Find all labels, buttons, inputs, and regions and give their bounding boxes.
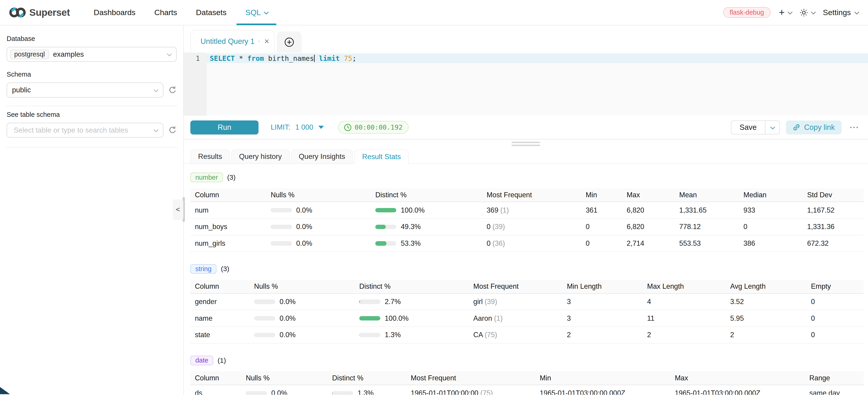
- most-frequent-cell: CA (75): [469, 331, 562, 339]
- distinct-bar-fill: [359, 333, 360, 337]
- limit-dropdown[interactable]: LIMIT: 1 000: [271, 123, 323, 131]
- column-name-cell: ds: [190, 389, 241, 395]
- query-tabstrip: Untitled Query 1 ×: [184, 25, 868, 53]
- schema-select[interactable]: public: [7, 83, 163, 97]
- sql-code-area[interactable]: SELECT * from birth_names limit 75;: [207, 53, 868, 116]
- superset-logo[interactable]: Superset: [9, 6, 70, 19]
- refresh-schemas-icon[interactable]: [168, 86, 177, 94]
- distinct-bar: [375, 241, 396, 245]
- run-button[interactable]: Run: [190, 120, 258, 134]
- query-tab[interactable]: Untitled Query 1 ×: [190, 30, 275, 53]
- limit-value: 1 000: [295, 123, 313, 131]
- section-badge-row: string(3): [190, 264, 864, 274]
- table-select-placeholder: Select table or type to search tables: [10, 126, 128, 134]
- nav-item-sql[interactable]: SQL: [236, 0, 277, 25]
- query-success-check-icon: [258, 37, 260, 45]
- stat-value-cell: 11: [643, 314, 725, 323]
- stat-value-cell: 5.95: [726, 314, 807, 323]
- header-cell: Nulls %: [250, 282, 355, 291]
- tab-query-insights[interactable]: Query Insights: [291, 150, 353, 163]
- stat-value-cell: 0: [581, 239, 622, 248]
- nav-item-dashboards[interactable]: Dashboards: [84, 0, 145, 25]
- nulls-cell: 0.0%: [250, 331, 355, 339]
- stats-table-header: ColumnNulls %Distinct %Most FrequentMinM…: [190, 188, 864, 202]
- distinct-pct: 2.7%: [384, 298, 401, 306]
- stat-value-cell: 0: [739, 223, 803, 231]
- nulls-pct: 0.0%: [280, 331, 296, 339]
- stats-section-string: string(3)ColumnNulls %Distinct %Most Fre…: [190, 264, 864, 343]
- distinct-bar-fill: [359, 316, 380, 321]
- line-number: 1: [184, 54, 200, 63]
- stat-value-cell: 6,820: [622, 206, 675, 214]
- most-frequent-cell: girl (39): [469, 298, 562, 306]
- distinct-cell: 1.3%: [355, 331, 469, 339]
- sidebar-divider: [5, 147, 178, 148]
- save-options-button[interactable]: [765, 120, 780, 134]
- header-cell: Nulls %: [241, 374, 328, 382]
- distinct-bar: [332, 391, 353, 395]
- close-tab-icon[interactable]: ×: [264, 37, 269, 45]
- header-cell: Most Frequent: [406, 374, 535, 382]
- chevron-down-icon: [788, 10, 793, 14]
- sql-editor: 1 SELECT * from birth_names limit 75;: [184, 53, 868, 116]
- nulls-cell: 0.0%: [266, 223, 371, 231]
- stat-value-cell: 0: [581, 223, 622, 231]
- save-button[interactable]: Save: [731, 120, 765, 134]
- sql-lab-app: Superset Dashboards Charts Datasets SQL …: [0, 0, 868, 395]
- header-cell: Distinct %: [328, 374, 406, 382]
- nav-item-charts[interactable]: Charts: [145, 0, 186, 25]
- link-icon: [793, 123, 800, 131]
- theme-menu[interactable]: [800, 8, 814, 17]
- settings-menu[interactable]: Settings: [823, 8, 858, 17]
- table-schema-label: See table schema: [7, 111, 177, 118]
- main-nav: Dashboards Charts Datasets SQL: [84, 0, 277, 25]
- database-select[interactable]: postgresql examples: [7, 47, 177, 62]
- chevron-down-icon: [154, 87, 159, 92]
- stat-value-cell: 3: [562, 314, 643, 323]
- distinct-pct: 49.3%: [401, 223, 421, 231]
- results-panel: Results Query history Query Insights Res…: [184, 140, 868, 395]
- chevron-down-icon: [770, 125, 775, 129]
- stats-section-number: number(3)ColumnNulls %Distinct %Most Fre…: [190, 173, 864, 252]
- distinct-pct: 100.0%: [384, 314, 408, 323]
- most-frequent-value: CA: [473, 331, 483, 339]
- nulls-bar: [254, 316, 275, 321]
- collapse-sidebar-button[interactable]: <: [173, 199, 183, 220]
- new-query-tab-button[interactable]: [277, 32, 302, 53]
- refresh-tables-icon[interactable]: [168, 126, 177, 134]
- more-options-button[interactable]: ···: [848, 123, 862, 132]
- new-item-menu[interactable]: +: [779, 7, 792, 18]
- header-cell: Distinct %: [371, 191, 482, 199]
- sidebar-divider: [5, 106, 178, 106]
- most-frequent-count: (1): [498, 206, 509, 214]
- schema-label: Schema: [7, 71, 177, 78]
- type-badge-date: date: [190, 356, 213, 365]
- tab-results[interactable]: Results: [190, 150, 230, 163]
- mouse-cursor: [0, 387, 10, 395]
- nulls-cell: 0.0%: [266, 206, 371, 214]
- most-frequent-count: (39): [491, 223, 505, 231]
- header-cell: Empty: [807, 282, 864, 291]
- stat-value-cell: 553.53: [675, 239, 739, 248]
- section-badge-row: date(1): [190, 356, 864, 365]
- table-select[interactable]: Select table or type to search tables: [7, 123, 163, 138]
- stats-table-row: name0.0%100.0%Aaron (1)3115.950: [190, 310, 864, 327]
- header-cell: Min: [535, 374, 670, 382]
- schema-value: public: [10, 86, 31, 94]
- distinct-bar: [359, 316, 380, 321]
- stats-table-row: ds0.0%1.3%1965-01-01T00:00:00 (75)1965-0…: [190, 385, 864, 395]
- most-frequent-count: (75): [483, 331, 497, 339]
- brand-name: Superset: [29, 7, 70, 18]
- tab-query-history[interactable]: Query history: [231, 150, 289, 163]
- copy-link-button[interactable]: Copy link: [786, 120, 841, 134]
- nav-item-datasets[interactable]: Datasets: [186, 0, 236, 25]
- panel-resize-handle[interactable]: [512, 142, 540, 148]
- sqllab-sidebar: Database postgresql examples Schema publ…: [0, 25, 184, 395]
- superset-infinity-icon: [9, 6, 26, 19]
- header-cell: Nulls %: [266, 191, 371, 199]
- stats-section-date: date(1)ColumnNulls %Distinct %Most Frequ…: [190, 356, 864, 395]
- column-name-cell: num: [190, 206, 266, 214]
- stat-value-cell: 0: [807, 331, 864, 339]
- tab-result-stats[interactable]: Result Stats: [354, 150, 409, 164]
- stats-table-row: state0.0%1.3%CA (75)2220: [190, 327, 864, 343]
